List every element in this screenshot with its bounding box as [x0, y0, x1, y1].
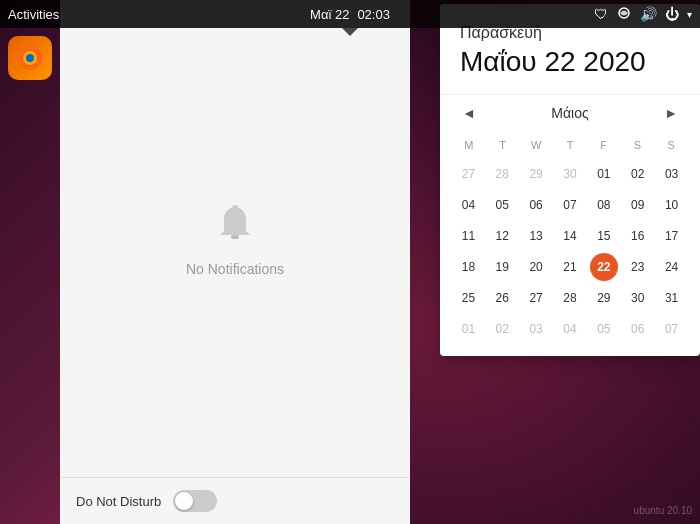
network-icon[interactable]	[616, 5, 632, 24]
notification-panel-content: No Notifications	[60, 0, 410, 477]
calendar-day-cell[interactable]: 18	[454, 253, 482, 281]
calendar-day-cell[interactable]: 07	[556, 191, 584, 219]
svg-point-3	[26, 54, 34, 62]
topbar-right: 🛡 🔊 ⏻ ▾	[594, 5, 692, 24]
topbar-date: Μαϊ 22	[310, 7, 349, 22]
do-not-disturb-label: Do Not Disturb	[76, 494, 161, 509]
calendar-day-cell[interactable]: 23	[624, 253, 652, 281]
power-icon[interactable]: ⏻	[665, 6, 679, 22]
topbar-time[interactable]: 02:03	[357, 7, 390, 22]
dock-icon-firefox[interactable]	[8, 36, 52, 80]
calendar-day-cell[interactable]: 03	[658, 160, 686, 188]
calendar-day-cell[interactable]: 01	[590, 160, 618, 188]
calendar-day-cell[interactable]: 31	[658, 284, 686, 312]
calendar-day-cell[interactable]: 27	[522, 284, 550, 312]
day-header-f: F	[587, 135, 621, 155]
panel-arrow	[342, 28, 358, 36]
calendar-day-cell[interactable]: 08	[590, 191, 618, 219]
do-not-disturb-toggle[interactable]	[173, 490, 217, 512]
calendar-prev-button[interactable]: ◄	[456, 103, 482, 123]
shield-icon: 🛡	[594, 6, 608, 22]
calendar-day-cell[interactable]: 06	[624, 315, 652, 343]
calendar-day-cell[interactable]: 25	[454, 284, 482, 312]
calendar-nav: ◄ Μάιος ►	[440, 94, 700, 131]
topbar-left: Activities	[8, 7, 59, 22]
calendar-day-cell[interactable]: 06	[522, 191, 550, 219]
calendar-day-cell[interactable]: 05	[590, 315, 618, 343]
calendar-day-cell[interactable]: 13	[522, 222, 550, 250]
calendar-day-cell[interactable]: 29	[522, 160, 550, 188]
calendar-days-grid: 2728293001020304050607080910111213141516…	[452, 159, 688, 344]
calendar-day-cell[interactable]: 27	[454, 160, 482, 188]
calendar-day-cell[interactable]: 29	[590, 284, 618, 312]
day-header-s1: S	[621, 135, 655, 155]
calendar-grid: M T W T F S S 27282930010203040506070809…	[440, 131, 700, 356]
system-menu-arrow[interactable]: ▾	[687, 9, 692, 20]
notification-footer: Do Not Disturb	[60, 477, 410, 524]
calendar-day-cell[interactable]: 30	[624, 284, 652, 312]
left-dock	[0, 28, 60, 524]
svg-rect-4	[231, 235, 239, 239]
day-header-w: W	[519, 135, 553, 155]
calendar-day-cell[interactable]: 09	[624, 191, 652, 219]
calendar-day-cell[interactable]: 22	[590, 253, 618, 281]
calendar-days-header: M T W T F S S	[452, 135, 688, 155]
calendar-next-button[interactable]: ►	[658, 103, 684, 123]
calendar-day-cell[interactable]: 04	[556, 315, 584, 343]
calendar-day-cell[interactable]: 21	[556, 253, 584, 281]
calendar-day-cell[interactable]: 28	[488, 160, 516, 188]
calendar-day-cell[interactable]: 15	[590, 222, 618, 250]
audio-icon[interactable]: 🔊	[640, 6, 657, 22]
calendar-day-cell[interactable]: 17	[658, 222, 686, 250]
calendar-day-cell[interactable]: 03	[522, 315, 550, 343]
day-header-m: M	[452, 135, 486, 155]
calendar-day-cell[interactable]: 11	[454, 222, 482, 250]
day-header-t2: T	[553, 135, 587, 155]
svg-point-5	[232, 205, 238, 211]
topbar: Activities Μαϊ 22 02:03 🛡 🔊 ⏻ ▾	[0, 0, 700, 28]
calendar-day-cell[interactable]: 30	[556, 160, 584, 188]
ubuntu-watermark: ubuntu 20.10	[634, 505, 692, 516]
calendar-day-cell[interactable]: 07	[658, 315, 686, 343]
notification-panel: No Notifications Do Not Disturb	[60, 0, 410, 524]
calendar-day-cell[interactable]: 02	[488, 315, 516, 343]
calendar-day-cell[interactable]: 16	[624, 222, 652, 250]
calendar-day-cell[interactable]: 14	[556, 222, 584, 250]
calendar-day-cell[interactable]: 10	[658, 191, 686, 219]
activities-button[interactable]: Activities	[8, 7, 59, 22]
topbar-center: Μαϊ 22 02:03	[310, 7, 390, 22]
calendar-month-label: Μάιος	[551, 105, 588, 121]
calendar-day-cell[interactable]: 19	[488, 253, 516, 281]
calendar-panel: Παρασκευή Μαΐου 22 2020 ◄ Μάιος ► M T W …	[440, 4, 700, 356]
day-header-t1: T	[486, 135, 520, 155]
calendar-day-cell[interactable]: 05	[488, 191, 516, 219]
no-notifications-label: No Notifications	[186, 261, 284, 277]
toggle-knob	[175, 492, 193, 510]
calendar-day-cell[interactable]: 04	[454, 191, 482, 219]
calendar-day-cell[interactable]: 24	[658, 253, 686, 281]
calendar-day-cell[interactable]: 20	[522, 253, 550, 281]
calendar-day-cell[interactable]: 28	[556, 284, 584, 312]
calendar-day-cell[interactable]: 01	[454, 315, 482, 343]
bell-icon	[211, 201, 259, 253]
calendar-day-cell[interactable]: 26	[488, 284, 516, 312]
day-header-s2: S	[654, 135, 688, 155]
calendar-date-large: Μαΐου 22 2020	[460, 46, 680, 78]
calendar-day-cell[interactable]: 02	[624, 160, 652, 188]
calendar-day-cell[interactable]: 12	[488, 222, 516, 250]
